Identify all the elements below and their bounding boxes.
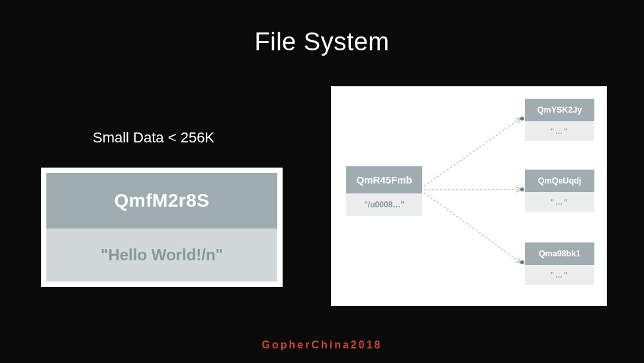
child-node-2-hash: QmQeUqdj [525,170,594,192]
root-node-hash: QmR45Fmb [346,166,422,193]
footer-brand: GopherChina2018 [0,339,644,351]
root-node-content: "/u0008…" [346,193,422,216]
child-node-3-content: "…" [525,265,594,285]
svg-point-5 [520,260,524,264]
svg-line-2 [424,193,520,262]
child-node-1-content: "…" [525,121,594,141]
root-node: QmR45Fmb "/u0008…" [346,166,422,216]
child-node-1-hash: QmYSK2Jy [525,99,594,121]
small-data-content: "Hello World!/n" [46,229,277,282]
small-data-hash: QmfM2r8S [46,173,277,229]
child-node-3-hash: Qma98bk1 [525,242,594,265]
child-node-2-content: "…" [525,192,594,212]
child-node-3: Qma98bk1 "…" [525,242,594,285]
child-node-2: QmQeUqdj "…" [525,170,594,212]
slide-title: File System [0,28,644,56]
large-data-panel: QmR45Fmb "/u0008…" QmYSK2Jy "…" QmQeUqdj… [331,86,607,306]
small-data-label: Small Data < 256K [93,129,214,146]
slide: File System Small Data < 256K QmfM2r8S "… [0,0,644,363]
child-node-1: QmYSK2Jy "…" [525,99,594,141]
small-data-block: QmfM2r8S "Hello World!/n" [41,168,283,287]
svg-line-0 [424,119,520,186]
svg-point-3 [520,117,524,121]
svg-point-4 [520,187,524,191]
